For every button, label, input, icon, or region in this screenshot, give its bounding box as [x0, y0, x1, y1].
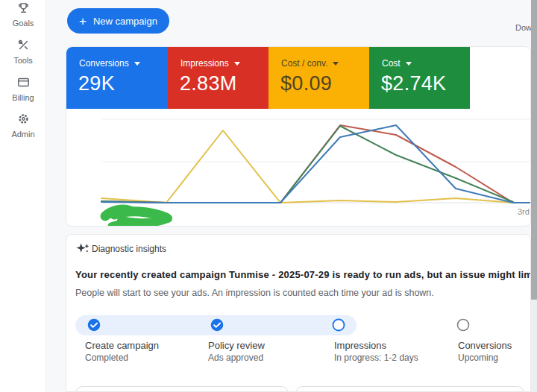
step-upcoming-circle-icon [456, 318, 470, 332]
scorecard-label: Cost / conv. [281, 58, 327, 69]
step-status: In progress: 1-2 days [334, 353, 450, 363]
sparkle-icon [76, 241, 90, 256]
dropdown-caret-icon[interactable] [333, 62, 339, 66]
scorecard-value: 29K [78, 72, 115, 95]
performance-chart-svg [66, 109, 531, 227]
step-impressions: Impressions In progress: 1-2 days [334, 340, 450, 363]
diagnostic-subtext: People will start to see your ads. An im… [75, 288, 531, 298]
sidebar-item-goals[interactable]: Goals [0, 1, 46, 29]
step-status: Upcoming [458, 353, 531, 363]
dropdown-caret-icon[interactable] [134, 62, 140, 66]
vertical-scrollbar-track[interactable] [531, 0, 537, 392]
diagnostic-insights-title: Diagnostic insights [92, 244, 166, 254]
tools-icon [17, 39, 30, 51]
credit-card-icon [17, 76, 30, 89]
google-ads-overview-page: Goals Tools Billing Admin + New campaign… [0, 0, 537, 392]
step-check-icon-policy-review [210, 318, 224, 332]
step-status: Completed [85, 353, 201, 363]
step-title: Create campaign [85, 340, 201, 352]
new-campaign-label: New campaign [93, 16, 157, 27]
step-status: Ads approved [208, 353, 324, 363]
step-current-circle-icon [332, 318, 345, 332]
left-navigation-sidebar: Goals Tools Billing Admin [0, 0, 46, 392]
performance-chart-card: Conversions 29K Impressions 2.83M Cost /… [66, 46, 531, 227]
scorecard-value: 2.83M [180, 72, 237, 95]
gear-icon [17, 113, 30, 125]
scorecard-value: $0.09 [280, 72, 332, 95]
step-conversions: Conversions Upcoming [458, 340, 531, 363]
scorecard-label: Cost [382, 58, 401, 69]
dropdown-caret-icon[interactable] [406, 62, 412, 66]
scorecard-cost[interactable]: Cost $2.74K [369, 47, 470, 109]
step-policy-review: Policy review Ads approved [208, 340, 324, 363]
diagnostic-headline: Your recently created campaign Tunmise -… [75, 269, 531, 280]
plus-icon: + [79, 15, 87, 28]
download-button[interactable]: Dow [515, 23, 532, 32]
scorecard-conversions[interactable]: Conversions 29K [66, 47, 168, 109]
bottom-card-left[interactable] [75, 386, 289, 392]
step-title: Conversions [458, 340, 531, 352]
impressions-series-line [101, 125, 513, 203]
sidebar-item-admin[interactable]: Admin [0, 113, 46, 140]
scorecard-label: Impressions [180, 58, 229, 69]
step-create-campaign: Create campaign Completed [85, 340, 201, 363]
scorecard-label: Conversions [79, 58, 129, 69]
scorecard-cost-per-conv[interactable]: Cost / conv. $0.09 [268, 47, 369, 109]
trophy-icon [17, 1, 30, 14]
performance-line-chart: 3rd q [66, 109, 531, 227]
sidebar-item-label: Goals [13, 19, 34, 28]
sidebar-item-label: Tools [13, 56, 33, 65]
x-axis-tick-label: 3rd q [518, 207, 531, 216]
dropdown-caret-icon[interactable] [234, 62, 240, 66]
step-title: Policy review [208, 340, 324, 352]
sidebar-item-label: Admin [11, 130, 34, 139]
diagnostic-insights-card: Diagnostic insights Your recently create… [66, 234, 531, 392]
scorecard-impressions[interactable]: Impressions 2.83M [168, 47, 268, 109]
new-campaign-button[interactable]: + New campaign [67, 8, 169, 34]
scorecard-value: $2.74K [381, 72, 446, 95]
vertical-scrollbar-thumb[interactable] [531, 0, 537, 300]
step-title: Impressions [334, 340, 450, 352]
bottom-card-right[interactable] [295, 386, 524, 392]
green-marker-scribble-annotation [111, 223, 140, 226]
sidebar-item-billing[interactable]: Billing [0, 76, 46, 104]
step-check-icon-create-campaign [87, 318, 101, 332]
sidebar-item-label: Billing [12, 93, 34, 102]
conversions-series-line [101, 125, 531, 203]
cost-conv--series-line [101, 130, 513, 203]
sidebar-item-tools[interactable]: Tools [0, 39, 46, 66]
